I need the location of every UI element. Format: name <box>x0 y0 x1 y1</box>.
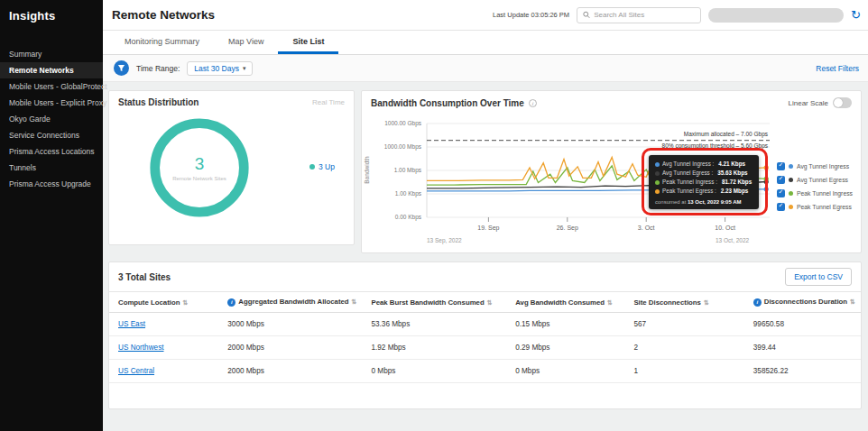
legend-item-avg-tunnel-ingress[interactable]: Avg Tunnel Ingress <box>777 160 853 173</box>
tab-bar: Monitoring Summary Map View Site List <box>103 31 868 55</box>
checkbox-checked-icon[interactable] <box>777 176 785 184</box>
tab-monitoring-summary[interactable]: Monitoring Summary <box>110 31 214 54</box>
column-label: Compute Location <box>118 298 180 307</box>
col-aggregated-bandwidth-allocated[interactable]: iAggregated Bandwidth Allocated⇅ <box>218 292 362 313</box>
chevron-down-icon: ▾ <box>243 65 246 72</box>
sidebar-item-mobile-users-globalprotect[interactable]: Mobile Users - GlobalProtect <box>0 78 103 95</box>
legend-item-peak-tunnel-egress[interactable]: Peak Tunnel Egress <box>777 200 853 214</box>
search-input[interactable] <box>594 11 695 19</box>
status-donut-area: 3 Remote Network Sites 3 Up <box>109 112 354 238</box>
col-disconnections-duration[interactable]: iDisconnections Duration⇅ <box>744 292 861 313</box>
search-box[interactable] <box>577 7 701 23</box>
status-distribution-card: Status Distribution Real Time 3 Remote N… <box>108 90 355 245</box>
column-label: Peak Burst Bandwidth Consumed <box>371 298 484 307</box>
column-label: Aggregated Bandwidth Allocated <box>238 298 348 306</box>
legend-item-avg-tunnel-egress[interactable]: Avg Tunnel Egress <box>777 173 853 187</box>
col-peak-burst-bandwidth-consumed[interactable]: Peak Burst Bandwidth Consumed⇅ <box>362 292 506 313</box>
linear-scale-toggle[interactable] <box>833 97 852 108</box>
column-label: Avg Bandwidth Consumed <box>515 298 605 307</box>
tooltip-row: Peak Tunnel Egress 2.23 Mbps <box>655 187 753 196</box>
tooltip-row: Peak Tunnel Ingress 81.72 Kbps <box>655 178 753 187</box>
realtime-label: Real Time <box>312 98 345 106</box>
legend-label: Avg Tunnel Egress <box>797 177 848 183</box>
status-card-header: Status Distribution Real Time <box>109 91 354 112</box>
bandwidth-card-header: Bandwidth Consumption Over Time i Linear… <box>362 91 861 113</box>
x-axis-tick: 26. Sep <box>557 225 578 231</box>
sidebar-item-prisma-access-locations[interactable]: Prisma Access Locations <box>0 143 103 160</box>
sidebar-item-okyo-garde[interactable]: Okyo Garde <box>0 111 103 127</box>
sort-icon[interactable]: ⇅ <box>182 299 188 306</box>
refresh-icon[interactable]: ↻ <box>851 9 861 21</box>
cell: 1 <box>624 360 743 383</box>
site-link-us-east[interactable]: US East <box>118 320 145 328</box>
sidebar-item-prisma-access-upgrade[interactable]: Prisma Access Upgrade <box>0 176 103 192</box>
sidebar-item-summary[interactable]: Summary <box>0 46 103 62</box>
legend-item-peak-tunnel-ingress[interactable]: Peak Tunnel Ingress <box>777 187 853 200</box>
reset-filters-link[interactable]: Reset Filters <box>816 64 859 73</box>
cell: 2000 Mbps <box>218 360 362 383</box>
sidebar-nav: Summary Remote Networks Mobile Users - G… <box>0 46 103 192</box>
y-axis-tick: 1.00 Mbps <box>374 167 421 173</box>
tab-site-list[interactable]: Site List <box>278 31 338 54</box>
info-icon[interactable]: i <box>529 99 537 107</box>
sort-icon[interactable]: ⇅ <box>487 299 493 306</box>
sidebar-item-remote-networks[interactable]: Remote Networks <box>0 62 103 78</box>
avg-tunnel-egress-dot <box>789 178 793 182</box>
y-axis-tick: 1.00 Kbps <box>374 190 421 197</box>
cell: 1.92 Mbps <box>362 336 506 360</box>
sidebar-title: Insights <box>0 0 103 33</box>
tab-map-view[interactable]: Map View <box>214 31 278 54</box>
cell: 399.44 <box>744 336 861 360</box>
checkbox-checked-icon[interactable] <box>777 203 785 211</box>
checkbox-checked-icon[interactable] <box>777 162 785 170</box>
peak-tunnel-egress-dot <box>789 205 793 209</box>
bandwidth-card-title: Bandwidth Consumption Over Time <box>371 98 524 108</box>
status-donut-chart[interactable] <box>147 115 252 220</box>
info-icon[interactable]: i <box>227 298 235 307</box>
table-header-row: Compute Location⇅ iAggregated Bandwidth … <box>109 292 861 313</box>
table-header-bar: 3 Total Sites Export to CSV <box>109 262 861 291</box>
col-avg-bandwidth-consumed[interactable]: Avg Bandwidth Consumed⇅ <box>506 292 624 313</box>
site-link-us-northwest[interactable]: US Northwest <box>118 344 164 352</box>
cell: 2 <box>624 336 743 360</box>
x-axis-tick: 10. Oct <box>715 225 735 231</box>
tooltip-series-value: 2.23 Mbps <box>721 187 748 196</box>
tooltip-series-value: 35.63 Kbps <box>717 169 747 178</box>
col-site-disconnections[interactable]: Site Disconnections⇅ <box>624 292 743 313</box>
column-label: Site Disconnections <box>633 298 701 307</box>
sites-table-card: 3 Total Sites Export to CSV Compute Loca… <box>108 261 862 409</box>
col-compute-location[interactable]: Compute Location⇅ <box>109 292 218 313</box>
sidebar: Insights Summary Remote Networks Mobile … <box>0 0 103 431</box>
cell: 0 Mbps <box>506 360 624 383</box>
legend-label: Peak Tunnel Ingress <box>797 190 853 197</box>
sidebar-item-service-connections[interactable]: Service Connections <box>0 127 103 143</box>
x-axis-tick: 19. Sep <box>477 225 499 231</box>
sidebar-item-tunnels[interactable]: Tunnels <box>0 160 103 176</box>
consumption-threshold-label: 80% consumption threshold – 5.60 Gbps <box>662 142 768 149</box>
sort-icon[interactable]: ⇅ <box>704 299 709 306</box>
x-axis-tick: 3. Oct <box>638 225 655 231</box>
site-link-us-central[interactable]: US Central <box>118 367 154 375</box>
info-icon[interactable]: i <box>753 298 762 307</box>
filter-bar: Time Range: Last 30 Days ▾ Reset Filters <box>103 55 868 82</box>
tooltip-row: Avg Tunnel Egress 35.63 Kbps <box>655 169 753 178</box>
export-csv-button[interactable]: Export to CSV <box>785 268 852 286</box>
table-row: US East 3000 Mbps 53.36 Mbps 0.15 Mbps 5… <box>109 313 861 336</box>
avg-tunnel-egress-dot <box>655 171 660 176</box>
peak-tunnel-ingress-dot <box>655 180 660 185</box>
cell: 99650.58 <box>744 313 861 336</box>
tooltip-timestamp: 13 Oct, 2022 9:05 AM <box>688 199 741 205</box>
tooltip-series-name: Avg Tunnel Ingress <box>662 160 714 169</box>
redacted-account-pill <box>708 8 844 23</box>
page-title: Remote Networks <box>112 8 215 22</box>
checkbox-checked-icon[interactable] <box>777 189 785 197</box>
status-legend-up[interactable]: 3 Up <box>309 162 335 171</box>
sidebar-item-mobile-users-explicit-proxy[interactable]: Mobile Users - Explicit Proxy <box>0 95 103 111</box>
filter-button[interactable] <box>114 60 129 76</box>
time-range-dropdown[interactable]: Last 30 Days ▾ <box>187 61 253 76</box>
time-range-label: Time Range: <box>136 64 180 73</box>
cell: 358526.22 <box>744 360 861 383</box>
sort-icon[interactable]: ⇅ <box>850 298 855 305</box>
sort-icon[interactable]: ⇅ <box>607 299 613 306</box>
sort-icon[interactable]: ⇅ <box>352 298 357 305</box>
